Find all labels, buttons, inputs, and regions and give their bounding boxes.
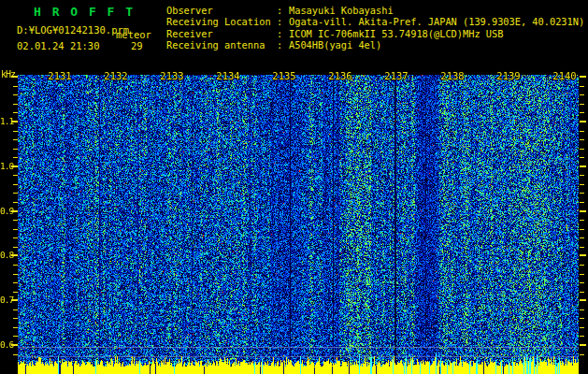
freq-tick-major: [580, 210, 586, 212]
freq-tick-major: [580, 254, 586, 256]
log-file-path: D:¥LOG¥01242130.prm: [17, 24, 129, 36]
freq-tick-minor: [580, 318, 584, 319]
freq-tick-minor: [580, 86, 584, 87]
freq-tick-major: [11, 210, 18, 212]
freq-tick-minor: [580, 175, 584, 176]
freq-tick-minor: [580, 202, 584, 203]
freq-axis-label: 0.9: [0, 206, 13, 216]
freq-tick-minor: [580, 149, 584, 150]
freq-axis-label: 0.6: [0, 339, 13, 350]
info-colon: :: [277, 16, 289, 27]
freq-tick-minor: [580, 327, 584, 328]
freq-tick-minor: [580, 336, 584, 337]
freq-axis-unit: kHz: [1, 69, 15, 79]
info-value: ICOM IC-706mkII 53.74918(@LCD)MHz USB: [289, 28, 503, 39]
freq-tick-major: [580, 76, 586, 78]
freq-tick-minor: [580, 309, 584, 310]
freq-axis-label: 0.7: [0, 295, 13, 305]
freq-tick-minor: [580, 112, 584, 113]
freq-tick-major: [580, 344, 586, 346]
freq-tick-major: [580, 299, 586, 301]
info-value: Masayuki Kobayashi: [289, 5, 394, 16]
freq-tick-minor: [580, 265, 584, 266]
info-colon: :: [277, 39, 289, 50]
info-colon: :: [277, 28, 289, 39]
freq-tick-major: [11, 299, 18, 301]
freq-axis-label: 0.8: [0, 250, 13, 260]
info-value: A504HB(yagi 4el): [289, 39, 381, 50]
freq-tick-major: [11, 121, 18, 122]
freq-tick-major: [580, 165, 586, 167]
freq-tick-minor: [580, 131, 584, 132]
freq-tick-minor: [580, 220, 584, 221]
info-row: Observer:Masayuki Kobayashi: [166, 5, 584, 16]
freq-tick-minor: [580, 139, 584, 140]
info-row: Receiver:ICOM IC-706mkII 53.74918(@LCD)M…: [166, 28, 584, 39]
freq-tick-minor: [580, 282, 584, 283]
observation-name: meteor: [116, 29, 151, 40]
minute-counter: 29: [131, 40, 143, 51]
freq-tick-minor: [580, 157, 584, 158]
info-label: Observer: [166, 5, 277, 16]
freq-tick-minor: [580, 184, 584, 185]
info-label: Receiving antenna: [166, 39, 277, 50]
freq-tick-minor: [580, 104, 584, 105]
info-value: Ogata-vill. Akita-Pref. JAPAN (139.9303E…: [289, 16, 584, 27]
freq-tick-minor: [580, 274, 584, 275]
freq-tick-minor: [580, 94, 584, 95]
freq-tick-major: [11, 165, 18, 167]
freq-axis-label: 1.0: [0, 161, 13, 171]
info-label: Receiving Location: [166, 16, 277, 27]
app-title: H R O F F T: [34, 5, 135, 19]
freq-tick-major: [11, 254, 18, 256]
freq-tick-major: [580, 121, 586, 122]
info-colon: :: [277, 5, 289, 16]
freq-tick-minor: [580, 292, 584, 293]
freq-tick-minor: [580, 193, 584, 194]
freq-tick-minor: [580, 354, 584, 355]
freq-axis-label: 1.1: [0, 116, 13, 126]
date-time: 02.01.24 21:30: [17, 40, 100, 51]
freq-tick-minor: [580, 237, 584, 238]
freq-tick-major: [11, 344, 18, 346]
freq-tick-minor: [580, 247, 584, 248]
freq-tick-minor: [580, 229, 584, 230]
spectrogram-canvas: [18, 75, 579, 374]
hrofft-window: H R O F F T D:¥LOG¥01242130.prm meteor 0…: [0, 0, 588, 374]
info-row: Receiving Location:Ogata-vill. Akita-Pre…: [166, 16, 584, 27]
freq-tick-major: [11, 76, 18, 78]
info-row: Receiving antenna:A504HB(yagi 4el): [166, 39, 584, 50]
receiver-info-block: Observer:Masayuki KobayashiReceiving Loc…: [166, 5, 584, 51]
info-label: Receiver: [166, 28, 277, 39]
